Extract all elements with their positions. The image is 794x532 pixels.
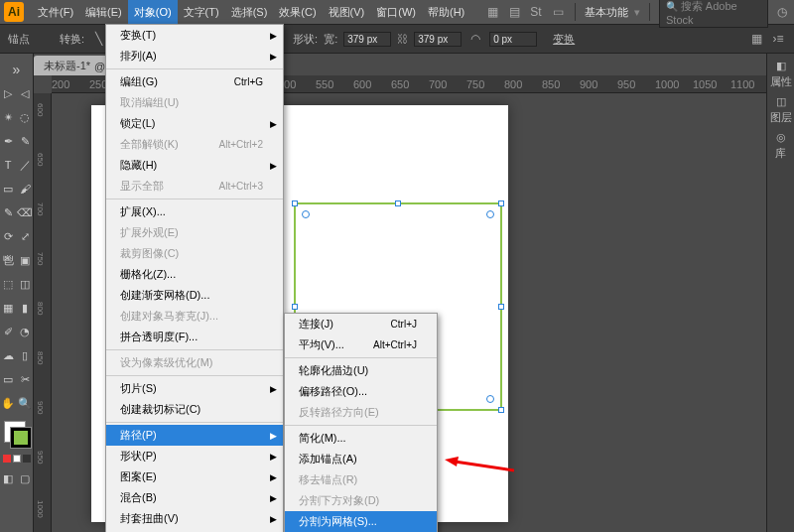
menu-item-混合B[interactable]: 混合(B)▶ — [106, 487, 283, 508]
menu-item-简化M[interactable]: 简化(M)... — [285, 428, 437, 449]
menu-item-创建裁切标记C[interactable]: 创建裁切标记(C) — [106, 399, 283, 420]
path-submenu-dropdown: 连接(J)Ctrl+J平均(V)...Alt+Ctrl+J轮廓化描边(U)偏移路… — [284, 313, 438, 532]
menu-文字[interactable]: 文字(T) — [178, 0, 225, 24]
corner-radius-icon[interactable]: ◠ — [467, 31, 483, 47]
menu-编辑[interactable]: 编辑(E) — [79, 0, 128, 24]
menu-item-变换T[interactable]: 变换(T)▶ — [106, 25, 283, 46]
menu-item-路径P[interactable]: 路径(P)▶ — [106, 425, 283, 446]
menu-item-创建对象马赛克J: 创建对象马赛克(J)... — [106, 306, 283, 327]
menu-效果[interactable]: 效果(C) — [273, 0, 322, 24]
corner-icon[interactable]: ╲ — [90, 31, 106, 47]
artboard-slice-tools[interactable]: ▭✂ — [0, 367, 34, 391]
panel-属性[interactable]: ◧属性 — [770, 60, 792, 89]
separator — [649, 3, 650, 21]
main-menu: 文件(F)编辑(E)对象(O)文字(T)选择(S)效果(C)视图(V)窗口(W)… — [32, 0, 470, 24]
menu-item-图案E[interactable]: 图案(E)▶ — [106, 466, 283, 487]
rect-brush-tools[interactable]: ▭🖌 — [0, 177, 34, 200]
selection-tools[interactable]: ▷◁ — [0, 81, 34, 105]
anchor-label: 锚点 — [8, 32, 30, 47]
align-icon[interactable]: ▦ — [748, 31, 764, 47]
menu-item-封套扭曲V[interactable]: 封套扭曲(V)▶ — [106, 508, 283, 529]
menu-文件[interactable]: 文件(F) — [32, 0, 79, 24]
doc-setup-icon[interactable]: ▤ — [506, 4, 522, 20]
screen-mode-tools[interactable]: ◧▢ — [0, 466, 34, 490]
workspace-switcher[interactable]: 基本功能 — [585, 5, 628, 20]
menu-视图[interactable]: 视图(V) — [323, 0, 371, 24]
resize-handle[interactable] — [498, 407, 504, 413]
menu-item-平均V[interactable]: 平均(V)...Alt+Ctrl+J — [285, 334, 437, 355]
menu-item-偏移路径O[interactable]: 偏移路径(O)... — [285, 381, 437, 402]
right-panel: ◧属性◫图层◎库 — [766, 54, 794, 532]
toolbox: » ▷◁ ✴◌ ✒✎ T／ ▭🖌 ✎⌫ ⟳⤢ ⾿▣ ⬚◫ ▦▮ ✐◔ ☁▯ ▭✂… — [0, 54, 34, 532]
color-mode-icons[interactable] — [3, 455, 31, 463]
arrange-icon[interactable]: ▭ — [550, 4, 566, 20]
panel-图层[interactable]: ◫图层 — [770, 95, 792, 125]
transform-link[interactable]: 变换 — [553, 32, 575, 47]
menu-item-扩展外观E: 扩展外观(E) — [106, 222, 283, 243]
layout-icon[interactable]: ▦ — [484, 4, 500, 20]
menu-对象[interactable]: 对象(O) — [128, 0, 178, 24]
collapse-icon[interactable]: » — [3, 58, 31, 81]
resize-handle[interactable] — [395, 200, 401, 206]
resize-handle[interactable] — [498, 304, 504, 310]
panel-库[interactable]: ◎库 — [775, 131, 786, 161]
more-icon[interactable]: ›≡ — [770, 31, 786, 47]
menu-帮助[interactable]: 帮助(H) — [422, 0, 470, 24]
eyedropper-blend-tools[interactable]: ✐◔ — [0, 320, 34, 343]
menu-窗口[interactable]: 窗口(W) — [370, 0, 422, 24]
separator — [575, 3, 576, 21]
menu-item-显示全部: 显示全部Alt+Ctrl+3 — [106, 176, 283, 197]
menu-item-拼合透明度F[interactable]: 拼合透明度(F)... — [106, 327, 283, 347]
app-logo: Ai — [4, 2, 24, 22]
pen-curvature-tools[interactable]: ✒✎ — [0, 129, 34, 153]
height-input[interactable] — [414, 32, 462, 47]
corner-widget[interactable] — [302, 210, 310, 218]
hand-zoom-tools[interactable]: ✋🔍 — [0, 391, 34, 415]
document-tab-zoom: @ — [94, 61, 105, 72]
menu-item-扩展X[interactable]: 扩展(X)... — [106, 201, 283, 222]
menu-item-取消编组U: 取消编组(U) — [106, 92, 283, 113]
corner-widget[interactable] — [486, 210, 494, 218]
menu-item-反转路径方向E: 反转路径方向(E) — [285, 402, 437, 423]
adobe-stock-search[interactable]: 🔍 搜索 Adobe Stock — [659, 0, 768, 28]
menu-item-分割下方对象D: 分割下方对象(D) — [285, 490, 437, 511]
width-label: 宽: — [324, 32, 337, 47]
menu-item-全部解锁K: 全部解锁(K)Alt+Ctrl+2 — [106, 134, 283, 155]
resize-handle[interactable] — [292, 304, 298, 310]
menu-item-创建渐变网格D[interactable]: 创建渐变网格(D)... — [106, 285, 283, 306]
menu-item-排列A[interactable]: 排列(A)▶ — [106, 46, 283, 66]
wand-lasso-tools[interactable]: ✴◌ — [0, 105, 34, 129]
shape-label: 形状: — [293, 32, 318, 47]
type-line-tools[interactable]: T／ — [0, 153, 34, 177]
menu-item-锁定L[interactable]: 锁定(L)▶ — [106, 113, 283, 134]
document-tab-title: 未标题-1* — [44, 59, 90, 73]
menu-item-隐藏H[interactable]: 隐藏(H)▶ — [106, 155, 283, 176]
pencil-eraser-tools[interactable]: ✎⌫ — [0, 200, 34, 224]
menu-item-编组G[interactable]: 编组(G)Ctrl+G — [106, 71, 283, 92]
resize-handle[interactable] — [498, 200, 504, 206]
menu-item-移去锚点R: 移去锚点(R) — [285, 469, 437, 490]
menu-item-连接J[interactable]: 连接(J)Ctrl+J — [285, 314, 437, 334]
width-freetransform-tools[interactable]: ⾿▣ — [0, 248, 34, 272]
shapebuilder-perspective-tools[interactable]: ⬚◫ — [0, 272, 34, 296]
menu-item-添加锚点A[interactable]: 添加锚点(A) — [285, 449, 437, 469]
mesh-gradient-tools[interactable]: ▦▮ — [0, 296, 34, 320]
symbol-graph-tools[interactable]: ☁▯ — [0, 343, 34, 367]
convert-label: 转换: — [60, 32, 84, 47]
menu-item-栅格化Z[interactable]: 栅格化(Z)... — [106, 264, 283, 285]
menu-item-轮廓化描边U[interactable]: 轮廓化描边(U) — [285, 360, 437, 381]
link-wh-icon[interactable]: ⛓ — [397, 33, 408, 45]
object-menu-dropdown: 变换(T)▶排列(A)▶编组(G)Ctrl+G取消编组(U)锁定(L)▶全部解锁… — [105, 24, 284, 532]
menu-item-形状P[interactable]: 形状(P)▶ — [106, 446, 283, 466]
resize-handle[interactable] — [292, 200, 298, 206]
corner-input[interactable] — [489, 32, 537, 47]
menu-item-分割为网格S[interactable]: 分割为网格(S)... — [285, 511, 437, 532]
fill-stroke-swatch[interactable] — [4, 421, 30, 447]
width-input[interactable] — [343, 32, 391, 47]
sync-icon[interactable]: ◷ — [774, 4, 790, 20]
menu-item-切片S[interactable]: 切片(S)▶ — [106, 378, 283, 399]
corner-widget[interactable] — [486, 395, 494, 403]
menu-选择[interactable]: 选择(S) — [225, 0, 274, 24]
text-icon[interactable]: St — [528, 4, 544, 20]
rotate-scale-tools[interactable]: ⟳⤢ — [0, 224, 34, 248]
